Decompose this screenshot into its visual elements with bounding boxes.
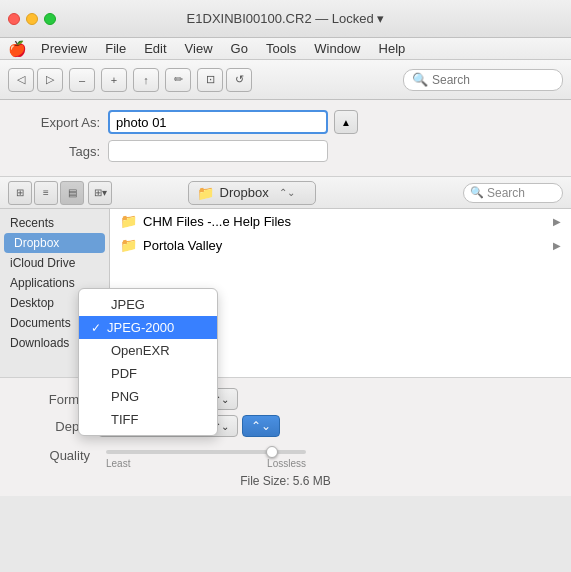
- file-item-name: Portola Valley: [143, 238, 222, 253]
- back-button[interactable]: ◁: [8, 68, 34, 92]
- menu-preview[interactable]: Preview: [33, 39, 95, 58]
- dropdown-item-jpeg2000[interactable]: ✓ JPEG-2000: [79, 316, 217, 339]
- sidebar-item-dropbox[interactable]: Dropbox: [4, 233, 105, 253]
- quality-row: Quality Least Lossless: [20, 442, 551, 469]
- dropdown-item-jpeg[interactable]: JPEG: [79, 293, 217, 316]
- format-dropdown[interactable]: JPEG ✓ JPEG-2000 OpenEXR PDF PNG TIFF: [78, 288, 218, 436]
- column-view-button[interactable]: ▤: [60, 181, 84, 205]
- quality-label: Quality: [20, 448, 90, 463]
- dropdown-item-pdf[interactable]: PDF: [79, 362, 217, 385]
- menu-go[interactable]: Go: [223, 39, 256, 58]
- list-view-button[interactable]: ≡: [34, 181, 58, 205]
- format-section: JPEG ✓ JPEG-2000 OpenEXR PDF PNG TIFF Fo…: [0, 377, 571, 496]
- menu-edit[interactable]: Edit: [136, 39, 174, 58]
- file-size-row: File Size: 5.6 MB: [20, 474, 551, 488]
- folder-icon: 📁: [120, 237, 137, 253]
- file-item-portola[interactable]: 📁 Portola Valley ▶: [110, 233, 571, 257]
- arrow-icon: ▶: [553, 240, 561, 251]
- dropdown-label-jpeg2000: JPEG-2000: [107, 320, 174, 335]
- browser-search[interactable]: 🔍 Search: [463, 183, 563, 203]
- dropdown-label-png: PNG: [111, 389, 139, 404]
- zoom-in-button[interactable]: +: [101, 68, 127, 92]
- maximize-button[interactable]: [44, 13, 56, 25]
- close-button[interactable]: [8, 13, 20, 25]
- menu-view[interactable]: View: [177, 39, 221, 58]
- menu-window[interactable]: Window: [306, 39, 368, 58]
- folder-icon: 📁: [120, 213, 137, 229]
- dropdown-label-pdf: PDF: [111, 366, 137, 381]
- slider-labels: Least Lossless: [106, 458, 306, 469]
- search-icon: 🔍: [412, 72, 428, 87]
- dropdown-label-openexr: OpenEXR: [111, 343, 170, 358]
- window-title: E1DXINBI00100.CR2 — Locked ▾: [187, 11, 385, 26]
- export-as-row: Export As: ▲: [0, 110, 571, 134]
- nav-buttons: ◁ ▷: [8, 68, 63, 92]
- arrange-button[interactable]: ⊞▾: [88, 181, 112, 205]
- menu-tools[interactable]: Tools: [258, 39, 304, 58]
- dropdown-label-jpeg: JPEG: [111, 297, 145, 312]
- rotate-button[interactable]: ↺: [226, 68, 252, 92]
- dropdown-item-openexr[interactable]: OpenEXR: [79, 339, 217, 362]
- title-bar: E1DXINBI00100.CR2 — Locked ▾: [0, 0, 571, 38]
- location-label: Dropbox: [220, 185, 269, 200]
- menu-file[interactable]: File: [97, 39, 134, 58]
- view-buttons: ⊞ ≡ ▤: [8, 181, 84, 205]
- sidebar-item-recents[interactable]: Recents: [0, 213, 109, 233]
- export-filename-input[interactable]: [108, 110, 328, 134]
- crop-button[interactable]: ⊡: [197, 68, 223, 92]
- quality-slider-container: Least Lossless: [106, 442, 306, 469]
- tags-label: Tags:: [20, 144, 100, 159]
- expand-button[interactable]: ▲: [334, 110, 358, 134]
- icon-view-button[interactable]: ⊞: [8, 181, 32, 205]
- markup-button[interactable]: ✏: [165, 68, 191, 92]
- dropdown-check-jpeg2000: ✓: [91, 321, 101, 335]
- toolbar-search[interactable]: 🔍: [403, 69, 563, 91]
- file-item-chm[interactable]: 📁 CHM Files -...e Help Files ▶: [110, 209, 571, 233]
- depth-stepper[interactable]: ⌃⌄: [242, 415, 280, 437]
- browser-search-icon: 🔍: [470, 186, 484, 199]
- filename-label: E1DXINBI00100.CR2: [187, 11, 312, 26]
- file-size-value: 5.6 MB: [293, 474, 331, 488]
- arrow-icon: ▶: [553, 216, 561, 227]
- folder-icon: 📁: [197, 185, 214, 201]
- tags-input[interactable]: [108, 140, 328, 162]
- dropdown-item-tiff[interactable]: TIFF: [79, 408, 217, 431]
- apple-menu[interactable]: 🍎: [8, 40, 27, 58]
- sidebar-item-icloud[interactable]: iCloud Drive: [0, 253, 109, 273]
- export-section: Export As: ▲ Tags:: [0, 100, 571, 177]
- dropdown-label-tiff: TIFF: [111, 412, 138, 427]
- file-item-name: CHM Files -...e Help Files: [143, 214, 291, 229]
- file-size-label: File Size:: [240, 474, 289, 488]
- browser-toolbar: ⊞ ≡ ▤ ⊞▾ 📁 Dropbox ⌃⌄ 🔍 Search: [0, 177, 571, 209]
- browser-search-label: Search: [487, 186, 525, 200]
- locked-label: — Locked ▾: [315, 11, 384, 26]
- quality-slider[interactable]: [106, 450, 306, 454]
- location-chevron: ⌃⌄: [279, 187, 295, 198]
- zoom-out-button[interactable]: –: [69, 68, 95, 92]
- traffic-lights: [8, 13, 56, 25]
- menu-bar: 🍎 Preview File Edit View Go Tools Window…: [0, 38, 571, 60]
- minimize-button[interactable]: [26, 13, 38, 25]
- slider-max-label: Lossless: [267, 458, 306, 469]
- menu-help[interactable]: Help: [371, 39, 414, 58]
- export-label: Export As:: [20, 115, 100, 130]
- quality-slider-group: Least Lossless: [106, 442, 306, 469]
- tags-row: Tags:: [0, 140, 571, 162]
- share-button[interactable]: ↑: [133, 68, 159, 92]
- search-input[interactable]: [432, 73, 554, 87]
- forward-button[interactable]: ▷: [37, 68, 63, 92]
- location-selector[interactable]: 📁 Dropbox ⌃⌄: [188, 181, 316, 205]
- toolbar: ◁ ▷ – + ↑ ✏ ⊡ ↺ 🔍: [0, 60, 571, 100]
- dropdown-item-png[interactable]: PNG: [79, 385, 217, 408]
- edit-buttons: ⊡ ↺: [197, 68, 252, 92]
- slider-min-label: Least: [106, 458, 130, 469]
